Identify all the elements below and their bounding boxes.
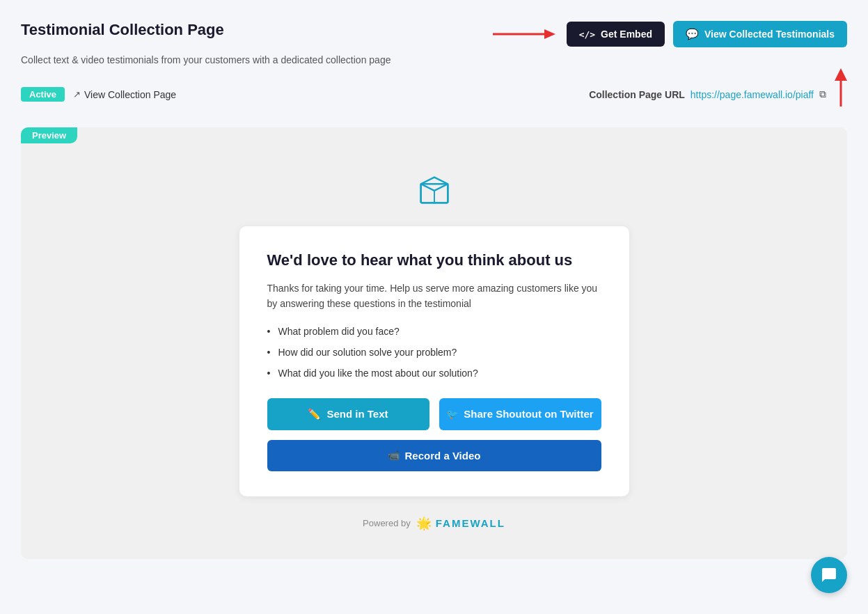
collection-url-value: https://page.famewall.io/piaff (691, 89, 814, 100)
external-link-icon: ↗ (73, 89, 81, 100)
chat-fab-button[interactable] (811, 557, 847, 593)
video-camera-icon: 📹 (388, 450, 400, 461)
collection-url-area: Collection Page URL https://page.famewal… (589, 75, 847, 113)
code-brackets-icon: </> (579, 29, 595, 40)
question-item-1: What problem did you face? (267, 326, 601, 337)
view-testimonials-label: View Collected Testimonials (704, 29, 835, 40)
famewall-logo: 🌟 FAMEWALL (416, 516, 505, 531)
view-collection-label: View Collection Page (84, 89, 176, 100)
pencil-icon: ✏️ (308, 408, 321, 420)
record-video-button[interactable]: 📹 Record a Video (267, 440, 601, 471)
header-row: Testimonial Collection Page </> Get Embe… (21, 21, 847, 47)
powered-by: Powered by 🌟 FAMEWALL (363, 516, 505, 531)
page-title: Testimonial Collection Page (21, 21, 224, 39)
chat-bubble-icon: 💬 (686, 28, 699, 40)
famewall-logo-icon: 🌟 (416, 516, 432, 531)
preview-container: Preview We'd love to (21, 127, 847, 559)
questions-list: What problem did you face? How did our s… (267, 326, 601, 379)
collection-url-label: Collection Page URL (589, 89, 685, 100)
embed-button-label: Get Embed (601, 29, 652, 40)
active-badge: Active (21, 87, 65, 102)
view-collection-link[interactable]: ↗ View Collection Page (73, 89, 176, 100)
powered-by-text: Powered by (363, 518, 411, 528)
action-buttons-row: ✏️ Send in Text 🐦 Share Shoutout on Twit… (267, 398, 601, 430)
record-video-label: Record a Video (405, 450, 481, 462)
get-embed-button[interactable]: </> Get Embed (567, 22, 665, 47)
svg-marker-2 (835, 68, 847, 81)
send-text-label: Send in Text (326, 408, 388, 420)
send-in-text-button[interactable]: ✏️ Send in Text (267, 398, 429, 430)
header-buttons: </> Get Embed 💬 View Collected Testimoni… (493, 21, 847, 47)
product-box-icon (414, 169, 455, 212)
chat-icon (821, 567, 837, 583)
card-subtitle: Thanks for taking your time. Help us ser… (267, 281, 601, 312)
view-testimonials-button[interactable]: 💬 View Collected Testimonials (673, 21, 847, 47)
status-row: Active ↗ View Collection Page Collection… (21, 75, 847, 113)
copy-url-icon[interactable]: ⧉ (819, 88, 826, 100)
question-item-2: How did our solution solve your problem? (267, 347, 601, 358)
twitter-label: Share Shoutout on Twitter (464, 408, 593, 420)
question-item-3: What did you like the most about our sol… (267, 368, 601, 379)
svg-marker-1 (544, 29, 555, 39)
arrow-up-indicator (835, 68, 847, 107)
status-left: Active ↗ View Collection Page (21, 87, 176, 102)
share-twitter-button[interactable]: 🐦 Share Shoutout on Twitter (439, 398, 601, 430)
arrow-right-indicator (493, 26, 555, 42)
twitter-icon: 🐦 (446, 409, 458, 420)
page-subtitle: Collect text & video testimonials from y… (21, 54, 847, 65)
famewall-logo-text: FAMEWALL (436, 517, 505, 529)
testimonial-card: We'd love to hear what you think about u… (239, 226, 629, 496)
preview-inner: We'd love to hear what you think about u… (35, 148, 833, 531)
preview-badge: Preview (21, 127, 77, 143)
card-title: We'd love to hear what you think about u… (267, 251, 601, 269)
